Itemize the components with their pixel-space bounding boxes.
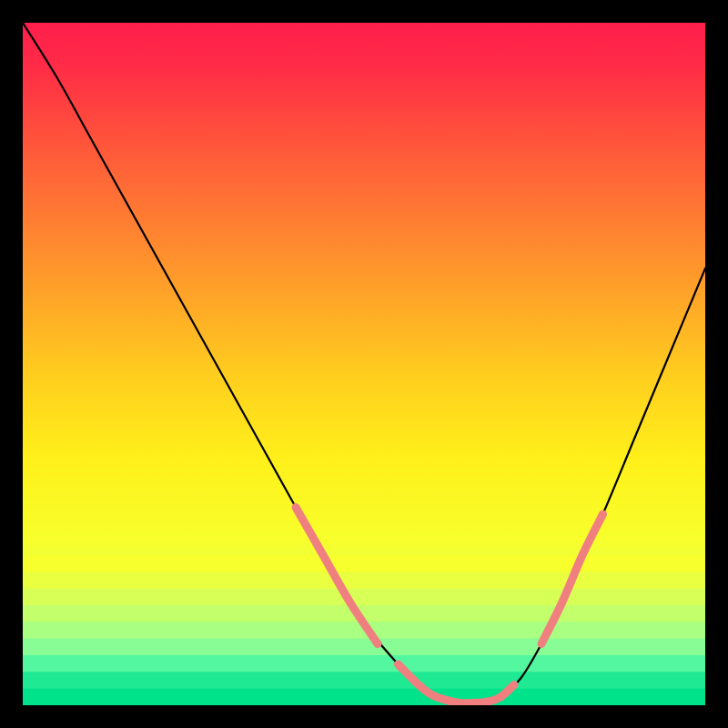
chart-frame: TheBottleneck.com <box>23 23 705 705</box>
svg-rect-0 <box>23 555 705 572</box>
chart-svg <box>23 23 705 705</box>
svg-rect-2 <box>23 589 705 606</box>
svg-rect-5 <box>23 639 705 656</box>
svg-rect-7 <box>23 672 705 689</box>
svg-rect-6 <box>23 655 705 672</box>
svg-rect-8 <box>23 689 705 705</box>
svg-rect-1 <box>23 571 705 589</box>
